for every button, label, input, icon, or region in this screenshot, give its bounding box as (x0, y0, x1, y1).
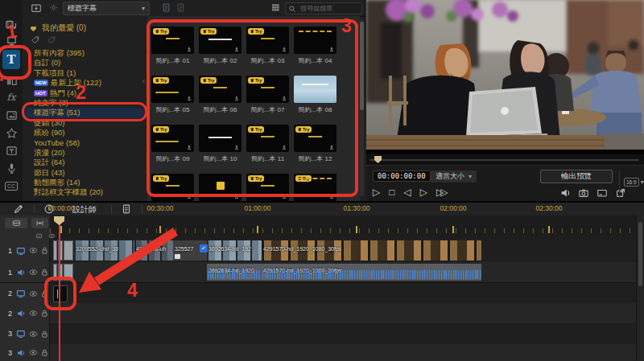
seekbar-playhead[interactable] (374, 156, 382, 163)
library-scrollbar[interactable] (360, 19, 364, 196)
eye-icon[interactable] (29, 246, 38, 255)
eye-icon[interactable] (29, 268, 38, 277)
sidebar-item-custom[interactable]: 自訂 (0) (23, 58, 147, 68)
timeline-clip[interactable]: 4951808-uh (134, 240, 173, 260)
template-card[interactable]: ♛Try 簡約...本 01 (151, 27, 194, 65)
eye-icon[interactable] (29, 309, 38, 318)
sidebar-item-motion-graphics[interactable]: 動態圖形 (14) (23, 178, 147, 187)
lock-icon[interactable] (40, 330, 49, 338)
subtitle-room-icon[interactable]: CC (2, 178, 20, 193)
timecode-display[interactable]: 00:00:00:00 (373, 170, 431, 182)
timeline-audio-clip[interactable] (64, 264, 73, 281)
pip-room-icon[interactable] (2, 108, 20, 122)
add-tag-icon[interactable] (31, 35, 40, 45)
gear-icon[interactable] (48, 2, 59, 13)
eye-icon[interactable] (29, 330, 38, 338)
title-designer-icon[interactable] (2, 143, 20, 158)
remove-tag-icon[interactable] (47, 35, 56, 45)
timeline-clip[interactable]: 3209552-uhd_38 (74, 240, 134, 260)
script-doc-icon[interactable] (121, 203, 132, 215)
timeline-clip[interactable] (53, 240, 57, 260)
track-header[interactable]: 3 (0, 323, 50, 344)
template-card[interactable]: ♛Try (294, 174, 336, 201)
lock-icon[interactable] (40, 348, 49, 357)
eye-icon[interactable] (29, 289, 38, 298)
timeline-audio-clip[interactable]: 4291570-hd_1920_1080_30fps (262, 264, 481, 281)
zoom-fit-dropdown[interactable]: 適當大小 ▾ (431, 170, 477, 183)
sidebar-item-romance[interactable]: 浪漫 (20) (23, 148, 147, 158)
template-card[interactable]: 簡約...本 10 (199, 125, 242, 163)
template-card[interactable]: ♛Try 簡約...本 07 (246, 76, 289, 114)
undock-window-icon[interactable] (615, 187, 626, 199)
timeline-audio-clip[interactable] (53, 264, 57, 281)
new-folder-icon[interactable] (161, 2, 171, 13)
folder-up-icon[interactable] (175, 2, 186, 13)
previous-frame-button[interactable]: ◁ (403, 187, 411, 198)
lock-icon[interactable] (40, 289, 49, 298)
timeline-scrollbar[interactable] (636, 215, 644, 361)
mic-record-icon[interactable] (2, 161, 20, 175)
category-dropdown[interactable]: 標題字幕 ▾ (63, 2, 150, 15)
timeline-clip[interactable]: 4291570-hd_1920_1080_30fps (262, 240, 481, 260)
preview-seekbar[interactable] (366, 155, 644, 165)
template-card[interactable]: ♛Try 簡約...本 11 (246, 125, 289, 163)
play-button[interactable]: ▷ (373, 187, 380, 198)
volume-icon[interactable] (559, 187, 571, 199)
title-room-icon[interactable]: T (2, 50, 20, 69)
snapshot-camera-icon[interactable] (578, 187, 589, 199)
lock-icon[interactable] (40, 309, 49, 318)
preview-quality-icon[interactable] (597, 187, 608, 199)
effects-room-icon[interactable]: fx (2, 90, 20, 105)
track-content[interactable] (50, 284, 636, 303)
template-card[interactable]: ♛Try (151, 174, 194, 201)
template-card[interactable]: 簡約...本 04 (294, 27, 336, 65)
sidebar-item-favorites[interactable]: 我的最愛 (0) (29, 23, 86, 34)
template-card[interactable]: ♛Try 簡約...本 03 (246, 27, 289, 65)
sidebar-item-all[interactable]: 所有內容 (395) (23, 48, 147, 58)
lock-icon[interactable] (40, 246, 49, 255)
transition-room-icon[interactable] (2, 74, 20, 88)
sidebar-item-dialog-box[interactable]: 對話框文字標題 (20) (23, 187, 147, 197)
snap-toggle-button[interactable] (31, 218, 48, 228)
next-frame-button[interactable]: ▷ (420, 187, 427, 198)
collapse-sidebar-icon[interactable]: ‹ (142, 77, 145, 85)
timeline-playhead-line[interactable] (59, 219, 60, 361)
search-input[interactable] (299, 4, 358, 13)
sidebar-item-design[interactable]: 設計 (64) (23, 158, 147, 167)
aspect-ratio-control[interactable]: 16:9 ▾ (624, 178, 644, 187)
timeline-clip[interactable] (64, 240, 73, 260)
template-card[interactable]: ♛Try 簡約...本 12 (294, 125, 336, 163)
sidebar-item-youtube[interactable]: YouTube (58) (23, 138, 147, 148)
track-content[interactable] (50, 303, 636, 323)
track-header[interactable]: 1 (0, 262, 50, 282)
timeline-clip[interactable]: 3692634-hd_192 (207, 240, 262, 260)
sidebar-item-downloads[interactable]: 下載項目 (1) (23, 68, 147, 78)
stop-button[interactable]: □ (389, 187, 394, 198)
sidebar-item-colorful[interactable]: 繽紛 (90) (23, 128, 147, 137)
track-header[interactable]: 2 (0, 284, 50, 303)
template-card[interactable] (199, 174, 242, 201)
fast-forward-button[interactable]: ▷▷ (436, 187, 444, 198)
lock-icon[interactable] (40, 268, 49, 277)
import-media-icon[interactable] (31, 2, 42, 14)
sidebar-item-holiday[interactable]: 節日 (43) (23, 168, 147, 178)
magic-pen-icon[interactable] (13, 203, 24, 215)
timeline-audio-clip[interactable]: 3692634-hd_1920 (207, 264, 262, 281)
view-grid-icon[interactable] (270, 2, 280, 12)
title-clip[interactable] (53, 285, 68, 302)
template-card[interactable]: ♛Try 簡約...本 06 (199, 76, 242, 114)
template-card[interactable]: ♛Try 簡約...本 05 (151, 76, 194, 114)
track-header[interactable]: 3 (0, 344, 50, 361)
track-content[interactable] (50, 344, 636, 361)
render-preview-button[interactable]: 輸出預覽 (540, 170, 613, 183)
template-card[interactable]: ♛Try 簡約...本 09 (151, 125, 194, 163)
sidebar-item-title-captions[interactable]: 標題字幕 (51) (23, 108, 144, 117)
template-card[interactable]: ♛Try 簡約...本 02 (199, 27, 242, 65)
template-card[interactable]: 簡約...本 08 (294, 76, 336, 114)
track-header[interactable]: 2 (0, 303, 50, 323)
track-content[interactable] (50, 323, 636, 344)
track-header[interactable]: 1 (0, 239, 50, 262)
particle-room-icon[interactable] (2, 125, 20, 140)
track-manager-button[interactable] (5, 218, 27, 228)
template-card[interactable]: ♛Try (246, 174, 289, 201)
